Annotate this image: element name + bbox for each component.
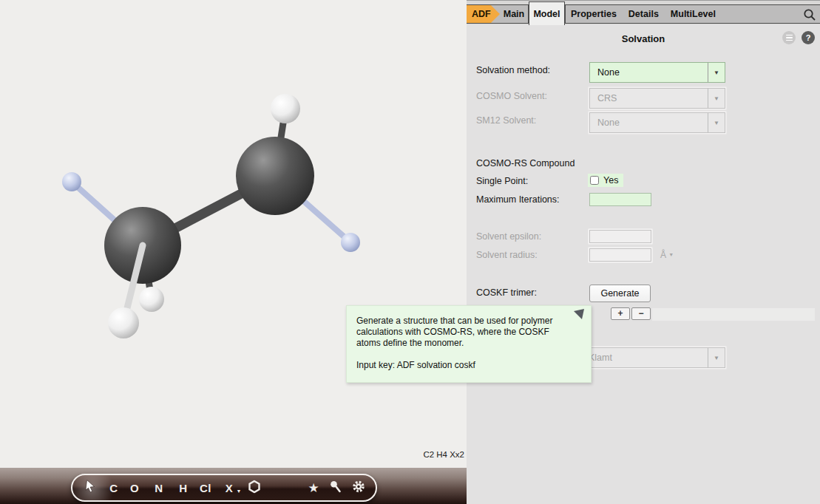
molecule-svg[interactable] [0,0,467,468]
element-button-X[interactable]: X [226,482,234,494]
tab-multilevel[interactable]: MultiLevel [671,9,716,19]
solvent-epsilon-label: Solvent epsilon: [476,231,541,242]
unit-caret-icon: ▼ [668,252,674,257]
molecule [62,94,360,338]
help-icon[interactable]: ? [802,31,815,44]
molecule-atom-H[interactable] [108,307,139,338]
tab-model[interactable]: Model [529,1,565,25]
molecule-atom-X[interactable] [62,172,81,191]
element-button-O[interactable]: O [130,482,139,494]
tab-adf-label: ADF [467,9,491,19]
ring-tool-icon[interactable] [248,480,261,496]
tooltip: Generate a structure that can be used fo… [346,305,592,383]
solvent-radius-label: Solvent radius: [476,250,538,260]
molecule-atom-H[interactable] [139,287,164,312]
page-title: Solvation [467,33,820,44]
element-button-N[interactable]: N [155,482,163,494]
gear-icon[interactable] [352,480,365,496]
solvent-epsilon-input [589,230,651,243]
molecule-atom-C[interactable] [236,137,314,215]
solvent-radius-input [589,248,651,262]
single-point-label: Single Point: [476,176,528,186]
dropdown-arrow-icon: ▼ [708,63,725,82]
element-dropdown-caret-icon[interactable]: ▼ [237,488,242,494]
element-button-H[interactable]: H [179,482,187,494]
tab-bar: ADF Main Model Properties Details MultiL… [467,0,820,24]
tab-group-right: Properties Details MultiLevel [565,4,820,24]
tooltip-text: Input key: ADF solvation coskf [356,360,591,371]
tab-adf[interactable]: ADF [467,5,500,23]
single-point-field: Yes [588,174,623,187]
cosmo-solvent-select: CRS ▼ [589,88,725,109]
max-iterations-input[interactable] [589,193,651,206]
search-icon[interactable] [802,7,817,22]
tab-properties[interactable]: Properties [571,9,617,19]
element-button-C[interactable]: C [109,482,118,494]
tooltip-text: Generate a structure that can be used fo… [356,316,591,327]
add-button[interactable]: + [611,307,630,320]
tooltip-text [356,349,591,360]
molecule-atom-X[interactable] [341,233,360,252]
dropdown-arrow-icon: ▼ [708,113,725,132]
cosmo-solvent-label: COSMO Solvent: [476,91,547,101]
toolbar-strip: C O N H Cl X ▼ ★ [0,468,467,504]
pin-tool-icon[interactable] [331,481,342,495]
single-point-checkbox[interactable] [590,176,599,185]
sm12-solvent-select: None ▼ [589,112,725,133]
tooltip-text: calculations with COSMO-RS, where the CO… [356,327,591,338]
star-tool-icon[interactable]: ★ [308,480,319,496]
radii-type-select: Klamt ▼ [580,347,725,368]
tab-main[interactable]: Main [500,9,528,19]
tab-details[interactable]: Details [628,9,659,19]
coskf-list [652,308,815,321]
remove-button[interactable]: − [631,307,651,320]
tooltip-pointer-icon [573,309,585,320]
solvation-method-select[interactable]: None ▼ [589,62,725,83]
radius-unit-select: Å ▼ [660,250,674,260]
tooltip-text: atoms define the monomer. [356,338,591,349]
element-button-Cl[interactable]: Cl [200,482,211,494]
settings-panel: ADF Main Model Properties Details MultiL… [467,0,820,504]
single-point-option-label: Yes [603,175,618,185]
select-cursor-tool[interactable] [85,480,96,496]
element-toolbar: C O N H Cl X ▼ ★ [71,474,377,502]
molecule-atom-H[interactable] [271,94,300,123]
menu-icon[interactable] [782,31,796,44]
dropdown-arrow-icon: ▼ [708,348,725,367]
molecule-viewer[interactable]: C2 H4 Xx2 C O N H Cl X ▼ ★ [0,0,467,504]
tab-group-left: ADF Main [467,4,529,24]
formula-label: C2 H4 Xx2 [370,450,464,459]
compound-section-header: COSMO-RS Compound [476,158,575,168]
generate-button[interactable]: Generate [589,285,651,302]
coskf-trimer-label: COSKF trimer: [476,287,537,298]
sm12-solvent-label: SM12 Solvent: [476,115,536,126]
max-iterations-label: Maximum Iterations: [476,194,560,205]
solvation-method-label: Solvation method: [476,65,550,75]
dropdown-arrow-icon: ▼ [708,89,725,108]
